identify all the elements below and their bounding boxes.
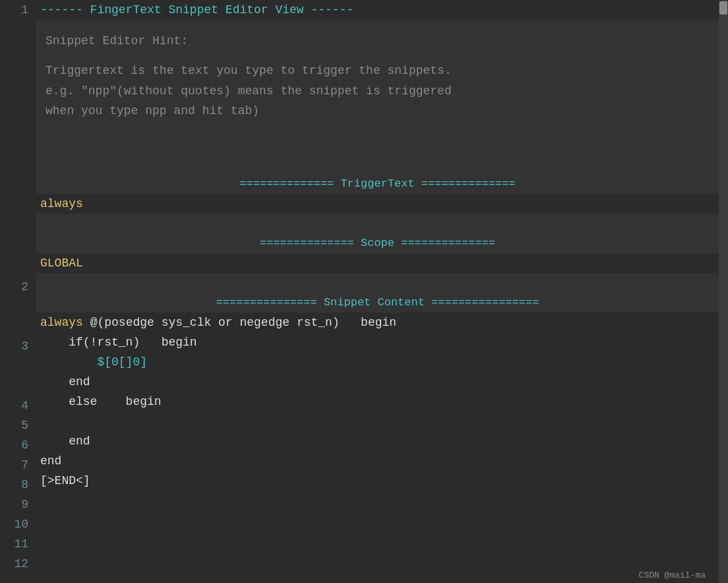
line-num-1: 1 <box>0 0 36 20</box>
empty-space: CSDN @mail-ma <box>36 491 719 583</box>
scope-divider: ============== Scope ============== <box>36 233 719 253</box>
code-rest-11: end <box>40 454 61 468</box>
line-num-8: 8 <box>0 475 36 495</box>
code-line-10[interactable]: end <box>36 431 719 451</box>
line-num-4: 4 <box>0 396 36 415</box>
code-rest-7: end <box>40 375 90 388</box>
code-line-8[interactable]: else begin <box>36 392 719 412</box>
scrollbar[interactable] <box>719 0 728 583</box>
trigger-input-area[interactable]: ============== Scope ============== <box>36 214 719 253</box>
hint-block: Snippet Editor Hint: Triggertext is the … <box>36 20 719 194</box>
triggertext-divider: ============== TriggerText =============… <box>46 174 710 194</box>
editor-content[interactable]: ------ FingerText Snippet Editor View --… <box>36 0 719 583</box>
line-num-5: 5 <box>0 415 36 435</box>
keyword-always: always <box>40 316 90 329</box>
triggertext-value[interactable]: always <box>36 194 719 214</box>
line-num-10: 10 <box>0 514 36 534</box>
code-rest-4: @(posedge sys_clk or negedge rst_n) begi… <box>90 316 396 329</box>
line-num-11: 11 <box>0 534 36 554</box>
code-rest-6: $[0[]0] <box>40 355 147 369</box>
line-num-9: 9 <box>0 495 36 514</box>
scope-input-area[interactable]: =============== Snippet Content ========… <box>36 273 719 313</box>
code-line-7[interactable]: end <box>36 372 719 392</box>
status-bar: CSDN @mail-ma <box>639 570 706 580</box>
title-line: ------ FingerText Snippet Editor View --… <box>36 0 719 20</box>
code-line-9[interactable] <box>36 412 719 431</box>
line-num-3: 3 <box>0 336 36 356</box>
line-num-7: 7 <box>0 455 36 475</box>
hint-title: Snippet Editor Hint: <box>46 34 710 47</box>
code-line-4[interactable]: always @(posedge sys_clk or negedge rst_… <box>36 313 719 332</box>
hint-body: Triggertext is the text you type to trig… <box>46 61 710 121</box>
scope-value[interactable]: GLOBAL <box>36 253 719 273</box>
code-rest-8: else begin <box>40 395 162 408</box>
line-num-2: 2 <box>0 277 36 297</box>
code-rest-12: [>END<] <box>40 474 90 487</box>
code-rest-10: end <box>40 435 90 448</box>
code-line-5[interactable]: if(!rst_n) begin <box>36 332 719 352</box>
snippet-content-divider: =============== Snippet Content ========… <box>36 293 719 313</box>
scrollbar-thumb[interactable] <box>719 1 727 15</box>
line-num-6: 6 <box>0 435 36 455</box>
editor-container: 1 2 3 4 5 6 7 8 9 10 11 12 ------ Finger… <box>0 0 728 583</box>
line-numbers-column: 1 2 3 4 5 6 7 8 9 10 11 12 <box>0 0 36 583</box>
code-rest-5: if(!rst_n) begin <box>40 336 197 349</box>
line-num-12: 12 <box>0 554 36 574</box>
code-line-12[interactable]: [>END<] <box>36 471 719 491</box>
code-line-11[interactable]: end <box>36 451 719 471</box>
code-line-6[interactable]: $[0[]0] <box>36 352 719 372</box>
